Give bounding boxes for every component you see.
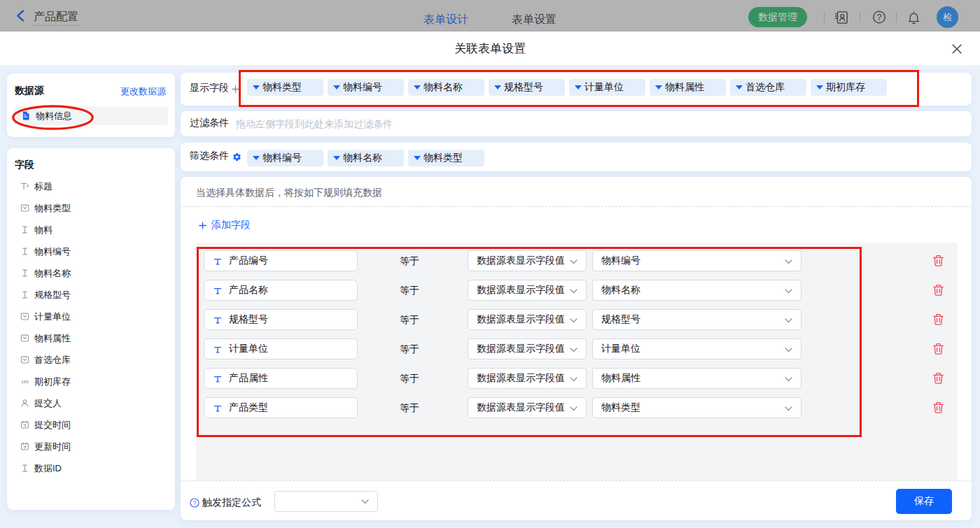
change-datasource-link[interactable]: 更改数据源 — [120, 85, 166, 98]
field-item-label: 更新时间 — [34, 441, 71, 453]
rule-source-type-select[interactable]: 数据源表显示字段值 — [468, 397, 587, 418]
display-tag-material-attr[interactable]: 物料属性 — [650, 79, 726, 96]
value-label: 计量单位 — [229, 343, 268, 355]
rule-source-field-select[interactable]: 计量单位 — [592, 338, 802, 359]
field-item-initial-stock[interactable]: 123期初库存 — [15, 371, 167, 392]
rule-source-type-select[interactable]: 数据源表显示字段值 — [468, 250, 587, 271]
rule-source-field-select[interactable]: 物料名称 — [592, 280, 802, 301]
trash-icon[interactable] — [932, 313, 944, 326]
rule-source-type-select[interactable]: 数据源表显示字段值 — [468, 338, 587, 359]
help-icon[interactable]: ? — [872, 10, 886, 24]
field-item-preferred-warehouse[interactable]: 首选仓库 — [15, 349, 167, 371]
tag-label: 物料名称 — [424, 81, 463, 94]
datasource-item[interactable]: 物料信息 — [14, 106, 168, 125]
display-tag-unit[interactable]: 计量单位 — [569, 79, 645, 96]
fill-rules-hint: 当选择具体数据后，将按如下规则填充数据 — [196, 187, 382, 199]
rule-row-product-type: 产品类型 等于 数据源表显示字段值 物料类型 — [196, 397, 958, 418]
text-field-icon — [214, 374, 222, 383]
value-label: 数据源表显示字段值 — [477, 343, 565, 355]
caret-down-icon — [414, 85, 421, 90]
field-item-data-id[interactable]: 数据ID — [15, 457, 167, 479]
rule-source-field-select[interactable]: 物料类型 — [592, 397, 802, 418]
address-book-icon[interactable] — [834, 10, 848, 24]
formula-help-icon[interactable]: ? — [190, 498, 200, 508]
display-tag-material-type[interactable]: 物料类型 — [247, 79, 323, 96]
topbar: 产品配置 表单设计 表单设置 数据管理 ? — [0, 0, 980, 31]
field-item-label: 首选仓库 — [34, 354, 71, 366]
text-field-icon — [20, 247, 29, 256]
rule-source-field-select[interactable]: 规格型号 — [592, 309, 802, 330]
field-item-update-time[interactable]: 更新时间 — [15, 436, 167, 457]
field-item-material-name[interactable]: 物料名称 — [15, 262, 167, 284]
trash-icon[interactable] — [932, 372, 944, 385]
close-icon[interactable] — [952, 44, 962, 54]
tag-label: 物料编号 — [262, 152, 302, 164]
field-item-title[interactable]: 标题 — [15, 176, 167, 197]
filter-placeholder[interactable]: 拖动左侧字段到此处来添加过滤条件 — [236, 118, 393, 131]
display-tag-initial-stock[interactable]: 期初库存 — [811, 79, 887, 96]
display-tag-material-code[interactable]: 物料编号 — [328, 79, 404, 96]
trash-icon[interactable] — [932, 255, 944, 267]
rule-source-field-select[interactable]: 物料编号 — [592, 250, 802, 271]
field-item-material-type[interactable]: 物料类型 — [15, 197, 167, 219]
display-fields-row: 显示字段 物料类型 物料编号 物料名称 规格型号 计量单位 物料属性 首选仓库 … — [181, 73, 972, 106]
plus-icon — [199, 222, 206, 229]
datasource-title: 数据源 — [15, 85, 44, 97]
trash-icon[interactable] — [932, 401, 944, 414]
display-tag-preferred-warehouse[interactable]: 首选仓库 — [730, 79, 806, 96]
chevron-down-icon — [785, 401, 792, 414]
rule-source-field-select[interactable]: 物料属性 — [592, 368, 802, 389]
value-label: 物料属性 — [601, 372, 640, 385]
screen-tag-material-code[interactable]: 物料编号 — [247, 150, 323, 166]
caret-down-icon — [575, 85, 582, 90]
filter-label: 过滤条件 — [190, 117, 229, 129]
display-tag-spec-model[interactable]: 规格型号 — [489, 79, 565, 96]
field-item-label: 标题 — [34, 180, 52, 193]
chevron-down-icon — [785, 313, 792, 326]
rule-source-type-select[interactable]: 数据源表显示字段值 — [468, 280, 587, 301]
field-item-spec-model[interactable]: 规格型号 — [15, 284, 167, 306]
screen-tag-material-name[interactable]: 物料名称 — [328, 150, 404, 166]
fields-list: 标题 物料类型 物料 物料编号 物料名称 规格型号 计量单位 物料属性 首选仓库… — [15, 176, 167, 479]
rule-target-field-spec-model[interactable]: 规格型号 — [204, 309, 358, 330]
fields-title: 字段 — [15, 159, 34, 171]
chevron-down-icon — [570, 401, 578, 414]
rule-target-field-product-attr[interactable]: 产品属性 — [204, 368, 358, 389]
field-item-material-attr[interactable]: 物料属性 — [15, 327, 167, 349]
rule-row-product-code: 产品编号 等于 数据源表显示字段值 物料编号 — [196, 250, 958, 271]
title-field-icon — [20, 182, 29, 191]
rule-target-field-product-code[interactable]: 产品编号 — [204, 250, 358, 271]
caret-down-icon — [736, 85, 743, 90]
field-item-material-code[interactable]: 物料编号 — [15, 241, 167, 262]
trash-icon[interactable] — [932, 284, 944, 297]
rule-target-field-product-name[interactable]: 产品名称 — [204, 280, 358, 301]
select-field-icon — [20, 204, 29, 213]
rules-panel: 产品编号 等于 数据源表显示字段值 物料编号 产品名称 等于 数据源表显示字段值… — [196, 243, 958, 480]
rule-target-field-unit[interactable]: 计量单位 — [204, 338, 358, 359]
display-tag-material-name[interactable]: 物料名称 — [408, 79, 484, 96]
avatar[interactable]: 检 — [937, 6, 958, 28]
field-item-unit[interactable]: 计量单位 — [15, 306, 167, 327]
rule-target-field-product-type[interactable]: 产品类型 — [204, 397, 358, 418]
save-button[interactable]: 保存 — [896, 489, 952, 514]
modal-header: 关联表单设置 — [0, 31, 980, 65]
field-item-submitter[interactable]: 提交人 — [15, 392, 167, 414]
caret-down-icon — [414, 156, 421, 160]
select-field-icon — [20, 312, 29, 321]
trash-icon[interactable] — [932, 343, 944, 355]
gear-icon[interactable] — [232, 152, 241, 162]
screen-tag-material-type[interactable]: 物料类型 — [408, 150, 484, 166]
text-field-icon — [214, 315, 222, 324]
rule-source-type-select[interactable]: 数据源表显示字段值 — [468, 368, 587, 389]
add-display-field-icon[interactable] — [232, 85, 239, 93]
bell-icon[interactable] — [906, 10, 920, 24]
rule-source-type-select[interactable]: 数据源表显示字段值 — [468, 309, 587, 330]
rule-operator: 等于 — [382, 309, 438, 330]
svg-text:123: 123 — [21, 379, 29, 384]
data-manage-button[interactable]: 数据管理 — [748, 7, 807, 27]
field-item-submit-time[interactable]: 提交时间 — [15, 414, 167, 436]
field-item-material[interactable]: 物料 — [15, 219, 167, 241]
formula-select[interactable] — [274, 491, 378, 512]
add-field-link[interactable]: 添加字段 — [199, 219, 251, 231]
divider — [896, 13, 897, 22]
